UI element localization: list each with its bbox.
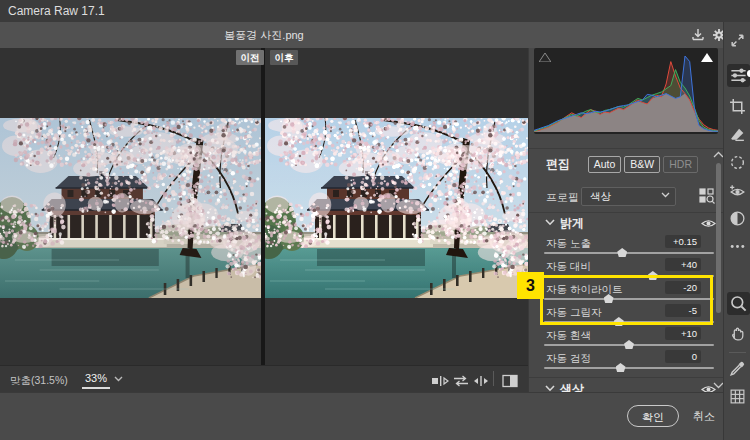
red-eye-icon[interactable] <box>729 182 746 199</box>
zoom-chevron-down-icon[interactable] <box>114 376 123 382</box>
histogram-plot <box>534 48 718 134</box>
tool-rail <box>723 22 750 440</box>
copy-settings-icon[interactable] <box>472 374 490 388</box>
profile-value: 색상 <box>590 190 611 204</box>
slider-label: 자동 하이라이트 <box>546 283 622 297</box>
hand-icon[interactable] <box>729 324 746 341</box>
slider-value-box[interactable]: +10 <box>665 327 701 340</box>
heal-icon[interactable] <box>729 126 746 143</box>
slider-track[interactable] <box>544 321 714 323</box>
slider-thumb[interactable] <box>648 271 658 280</box>
section-collapse-icon[interactable] <box>545 219 555 226</box>
edit-label: 편집 <box>546 156 570 173</box>
save-download-icon[interactable] <box>690 27 706 43</box>
light-section-eye-icon[interactable] <box>701 218 716 229</box>
window-title: Camera Raw 17.1 <box>8 4 105 18</box>
header-bar: 봄풍경 사진.png <box>0 22 723 48</box>
slider-row: 자동 흰색 +10 <box>529 328 724 351</box>
sliders: 자동 노출 +0.15 자동 대비 +40 자동 하이라이트 -20 자동 그림… <box>529 236 724 374</box>
slider-thumb[interactable] <box>614 317 624 326</box>
edit-sliders-icon[interactable] <box>727 64 750 87</box>
after-pane[interactable] <box>265 48 528 365</box>
scrollbar-thumb[interactable] <box>716 163 721 313</box>
before-after-left-icon[interactable] <box>431 374 449 388</box>
after-photo <box>265 118 528 298</box>
window-titlebar[interactable]: Camera Raw 17.1 <box>0 0 750 23</box>
mode-button-auto[interactable]: Auto <box>588 156 622 173</box>
image-viewport: 이전 이후 <box>0 48 528 365</box>
mode-button-hdr[interactable]: HDR <box>663 156 698 173</box>
slider-thumb[interactable] <box>616 363 626 372</box>
fit-zoom-label[interactable]: 맞춤(31.5%) <box>10 374 68 388</box>
preset-browser-icon[interactable] <box>699 188 715 204</box>
slider-track[interactable] <box>544 344 714 346</box>
cancel-button[interactable]: 취소 <box>693 409 715 424</box>
profile-select[interactable]: 색상 <box>581 187 676 206</box>
slider-track[interactable] <box>544 275 714 277</box>
expand-icon[interactable] <box>729 32 746 49</box>
zoom-icon[interactable] <box>727 292 750 315</box>
section-collapse-icon[interactable] <box>545 385 555 392</box>
profile-label: 프로필 <box>546 190 579 205</box>
step-badge: 3 <box>517 272 544 299</box>
slider-row: 자동 그림자 -5 <box>529 305 724 328</box>
chevron-down-icon <box>661 192 670 198</box>
crop-icon[interactable] <box>729 98 746 115</box>
highlight-clipping-icon[interactable] <box>701 53 713 62</box>
edit-panel: 편집 AutoB&WHDR 프로필 색상 밝게 자동 노출 +0.15 자동 대… <box>528 48 724 392</box>
ok-button[interactable]: 확인 <box>627 405 679 427</box>
slider-value-box[interactable]: +0.15 <box>665 235 701 248</box>
presets-icon[interactable] <box>729 210 746 227</box>
rail-divider <box>729 352 746 353</box>
grid-icon[interactable] <box>729 388 746 405</box>
slider-track[interactable] <box>544 298 714 300</box>
slider-track[interactable] <box>544 252 714 254</box>
slider-row: 자동 노출 +0.15 <box>529 236 724 259</box>
slider-thumb[interactable] <box>624 340 634 349</box>
swap-settings-icon[interactable] <box>452 374 470 388</box>
before-photo <box>0 118 261 298</box>
before-pane[interactable] <box>0 48 261 365</box>
divider <box>529 148 724 149</box>
mode-buttons: AutoB&WHDR <box>588 156 698 173</box>
after-button[interactable]: 이후 <box>270 50 298 65</box>
slider-label: 자동 그림자 <box>546 306 601 320</box>
toolbar-divider <box>493 371 494 386</box>
histogram[interactable] <box>534 48 718 134</box>
camera-raw-window: Camera Raw 17.1 봄풍경 사진.png 이전 이후 맞춤(31.5… <box>0 0 750 440</box>
shadow-clipping-icon[interactable] <box>539 53 551 62</box>
footer-bar: 확인 취소 <box>0 392 723 440</box>
filename: 봄풍경 사진.png <box>0 28 528 43</box>
color-sampler-icon[interactable] <box>729 360 746 377</box>
slider-row: 자동 하이라이트 -20 <box>529 282 724 305</box>
slider-value-box[interactable]: +40 <box>665 258 701 271</box>
before-button[interactable]: 이전 <box>236 50 264 65</box>
slider-label: 자동 대비 <box>546 260 591 274</box>
slider-label: 자동 흰색 <box>546 329 591 343</box>
slider-label: 자동 검정 <box>546 352 591 366</box>
slider-value-box[interactable]: -20 <box>665 281 701 294</box>
slider-row: 자동 검정 0 <box>529 351 724 374</box>
split-view-icon[interactable] <box>501 374 519 388</box>
divider <box>529 377 724 378</box>
slider-label: 자동 노출 <box>546 237 591 251</box>
slider-value-box[interactable]: 0 <box>665 350 701 363</box>
divider <box>529 212 724 213</box>
slider-thumb[interactable] <box>617 248 627 257</box>
light-section-title[interactable]: 밝게 <box>560 215 584 232</box>
more-dots-icon[interactable] <box>729 238 746 255</box>
slider-track[interactable] <box>544 367 714 369</box>
slider-row: 자동 대비 +40 <box>529 259 724 282</box>
zoom-level[interactable]: 33% <box>82 372 110 389</box>
mode-button-bw[interactable]: B&W <box>624 156 660 173</box>
slider-value-box[interactable]: -5 <box>665 304 701 317</box>
mask-icon[interactable] <box>729 154 746 171</box>
